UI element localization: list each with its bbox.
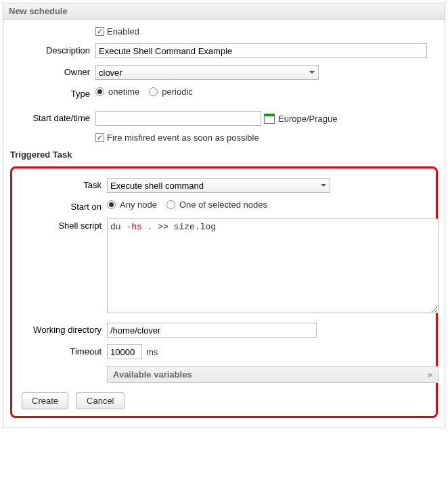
type-periodic-radio[interactable] <box>149 87 158 96</box>
calendar-icon[interactable] <box>264 114 275 124</box>
start-dt-label: Start date/time <box>10 111 95 123</box>
start-on-any-label: Any node <box>120 200 157 210</box>
owner-label: Owner <box>10 65 95 77</box>
shell-script-input[interactable]: du -hs . >> size.log <box>107 219 439 313</box>
timeout-label: Timeout <box>22 344 107 357</box>
expand-icon: » <box>428 369 432 380</box>
start-on-selected-label: One of selected nodes <box>179 200 267 210</box>
shell-script-label: Shell script <box>22 219 107 231</box>
triggered-task-title: Triggered Task <box>10 150 438 160</box>
description-label: Description <box>10 43 95 55</box>
timezone-label: Europe/Prague <box>278 114 337 124</box>
available-variables-label: Available variables <box>113 369 192 380</box>
enabled-label: Enabled <box>107 26 139 37</box>
start-datetime-input[interactable] <box>95 111 261 126</box>
type-label: Type <box>10 87 95 99</box>
start-on-selected-radio[interactable] <box>166 200 175 209</box>
owner-select[interactable]: clover <box>95 65 319 80</box>
start-on-any-radio[interactable] <box>107 200 116 209</box>
fire-misfired-label: Fire misfired event as soon as possible <box>107 133 259 143</box>
task-select[interactable]: Execute shell command <box>107 178 330 193</box>
triggered-task-section: Task Execute shell command Start on Any … <box>10 166 438 418</box>
start-on-label: Start on <box>22 200 107 212</box>
type-onetime-label: onetime <box>108 87 139 97</box>
new-schedule-panel: New schedule ✓ Enabled Description Owner… <box>3 3 445 428</box>
create-button[interactable]: Create <box>22 392 68 409</box>
form-body: ✓ Enabled Description Owner clover Type <box>3 20 445 428</box>
cancel-button[interactable]: Cancel <box>76 392 124 409</box>
timeout-unit: ms <box>146 347 158 357</box>
enabled-checkbox[interactable]: ✓ <box>95 27 104 36</box>
panel-title: New schedule <box>3 3 445 20</box>
task-label: Task <box>22 178 107 190</box>
working-dir-input[interactable] <box>107 323 317 338</box>
timeout-input[interactable] <box>107 344 142 359</box>
description-input[interactable] <box>95 43 427 58</box>
type-periodic-label: periodic <box>162 87 193 97</box>
available-variables-bar[interactable]: Available variables » <box>107 366 439 383</box>
fire-misfired-checkbox[interactable]: ✓ <box>95 133 104 142</box>
type-onetime-radio[interactable] <box>95 87 104 96</box>
working-dir-label: Working directory <box>22 323 107 335</box>
